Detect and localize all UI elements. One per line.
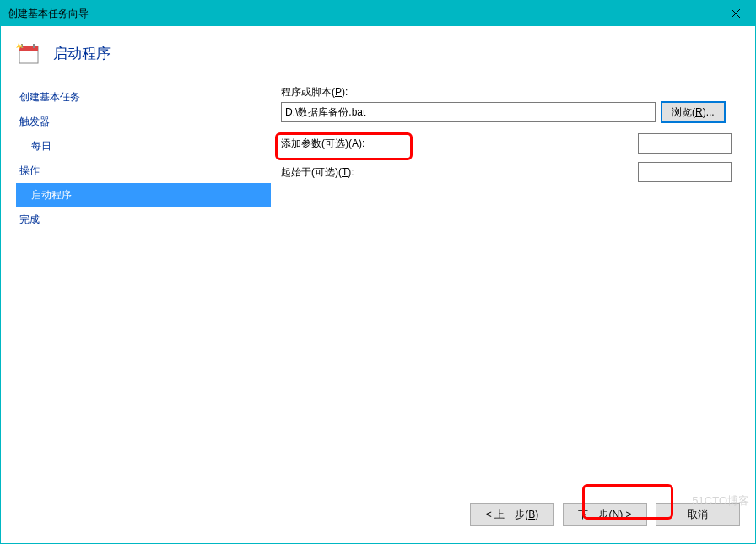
arguments-input[interactable] [638, 133, 732, 154]
browse-button[interactable]: 浏览(R)... [661, 101, 726, 123]
step-finish[interactable]: 完成 [16, 207, 271, 232]
program-script-input[interactable] [281, 102, 656, 122]
step-create-basic-task[interactable]: 创建基本任务 [16, 85, 271, 110]
close-button[interactable] [716, 1, 755, 26]
svg-rect-5 [33, 44, 35, 48]
calendar-sparkle-icon [16, 41, 40, 65]
startin-label: 起始于(可选)(T): [281, 165, 354, 180]
program-script-label: 程序或脚本(P): [281, 85, 740, 100]
startin-row: 起始于(可选)(T): [281, 162, 732, 182]
cancel-button[interactable]: 取消 [656, 503, 740, 526]
step-trigger[interactable]: 触发器 [16, 110, 271, 134]
close-icon [732, 9, 740, 18]
titlebar: 创建基本任务向导 [1, 1, 755, 26]
form-area: 程序或脚本(P): 浏览(R)... 添加参数(可选)(A): 起始于(可选)(… [271, 85, 740, 493]
wizard-body: 创建基本任务 触发器 每日 操作 启动程序 完成 程序或脚本(P): 浏览(R)… [1, 85, 755, 493]
wizard-window: 创建基本任务向导 启动程序 创建基本任务 触发器 每日 操作 启动程序 完成 [0, 0, 756, 544]
wizard-steps: 创建基本任务 触发器 每日 操作 启动程序 完成 [16, 85, 271, 493]
step-action[interactable]: 操作 [16, 159, 271, 183]
wizard-header: 启动程序 [1, 26, 755, 85]
window-title: 创建基本任务向导 [8, 7, 89, 21]
back-button[interactable]: < 上一步(B) [470, 503, 554, 526]
arguments-row: 添加参数(可选)(A): [281, 133, 732, 154]
startin-input[interactable] [638, 162, 732, 182]
arguments-label: 添加参数(可选)(A): [281, 137, 364, 151]
next-button[interactable]: 下一步(N) > [563, 503, 647, 526]
step-daily[interactable]: 每日 [16, 134, 271, 159]
program-row: 浏览(R)... [281, 101, 740, 123]
step-start-program[interactable]: 启动程序 [16, 183, 271, 207]
page-title: 启动程序 [53, 44, 111, 63]
wizard-footer: < 上一步(B) 下一步(N) > 取消 [1, 493, 755, 543]
